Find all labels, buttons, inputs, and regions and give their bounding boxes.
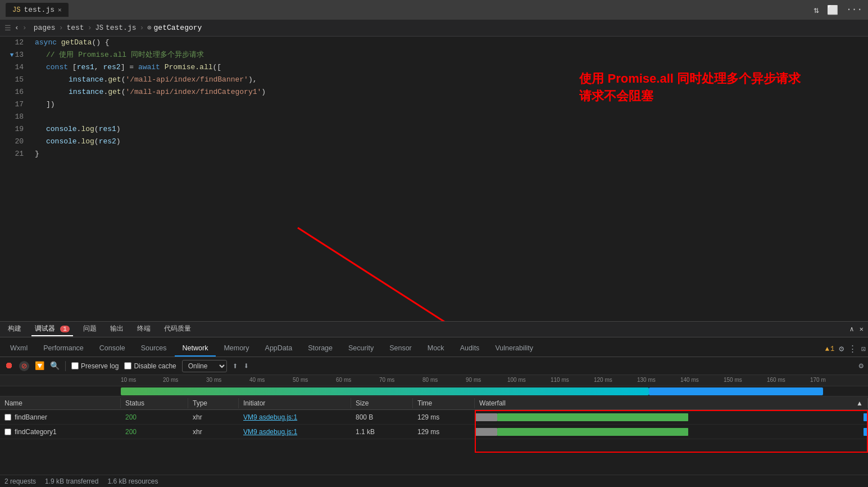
table-row: findCategory1 200 xhr VM9 asdebug.js:1 1…: [0, 425, 868, 439]
tab-performance[interactable]: Performance: [35, 341, 92, 357]
tab-sources[interactable]: Sources: [133, 341, 175, 357]
tab-mock[interactable]: Mock: [420, 341, 452, 357]
header-initiator: Initiator: [239, 398, 351, 408]
preserve-log-checkbox[interactable]: [71, 362, 79, 369]
timeline-bar-row: [0, 386, 868, 396]
tab-console[interactable]: Console: [92, 341, 133, 357]
disable-cache-checkbox[interactable]: [124, 362, 131, 369]
tab-close-icon[interactable]: ✕: [58, 6, 62, 13]
preserve-log-text: Preserve log: [81, 362, 119, 370]
row2-initiator-link[interactable]: VM9 asdebug.js:1: [243, 428, 297, 436]
tab-audits[interactable]: Audits: [452, 341, 488, 357]
row1-name: findBanner: [0, 412, 121, 422]
tab-appdata[interactable]: AppData: [257, 341, 301, 357]
code-line-21: }: [35, 148, 861, 160]
nav-forward-button[interactable]: ›: [22, 24, 27, 33]
tab-output[interactable]: 输出: [107, 322, 127, 336]
devtools-tab-right: ▲ 1 ⚙ ⋮ ⊡: [825, 344, 866, 357]
tab-sensor[interactable]: Sensor: [381, 341, 420, 357]
download-icon[interactable]: ⬇: [243, 360, 249, 372]
breadcrumb-pages[interactable]: pages: [34, 24, 56, 32]
layout-icon[interactable]: ⬜: [827, 4, 838, 16]
title-bar: JS test.js ✕ ⇅ ⬜ ···: [0, 0, 868, 20]
row2-time: 129 ms: [413, 427, 475, 437]
code-line-15: instance.get('/mall-api/index/findBanner…: [35, 74, 861, 86]
tab-wxml[interactable]: Wxml: [2, 341, 35, 357]
row2-type: xhr: [188, 427, 239, 437]
tab-debugger[interactable]: 调试器 1: [31, 322, 73, 336]
breadcrumb: ☰ ‹ › pages › test › JS test.js › ⊙ getC…: [0, 20, 868, 37]
code-line-19: console.log(res1): [35, 123, 861, 136]
devtools-titlebar-tabs: 构建 调试器 1 问题 输出 终端 代码质量: [4, 322, 846, 336]
breadcrumb-test[interactable]: test: [66, 24, 84, 32]
network-throttle-select[interactable]: Online Fast 3G Slow 3G Offline: [182, 360, 227, 372]
nav-back-button[interactable]: ‹: [15, 24, 19, 33]
warning-icon: ▲: [825, 345, 829, 353]
devtools-tabs: Wxml Performance Console Sources Network…: [0, 337, 868, 357]
upload-icon[interactable]: ⬆: [233, 360, 238, 372]
tab-network[interactable]: Network: [175, 341, 216, 357]
row2-initiator[interactable]: VM9 asdebug.js:1: [239, 427, 351, 437]
row2-size: 1.1 kB: [351, 427, 413, 437]
footer-transferred: 1.9 kB transferred: [45, 477, 98, 485]
devtools-footer: 2 requests 1.9 kB transferred 1.6 kB res…: [0, 475, 868, 487]
row1-time: 129 ms: [413, 412, 475, 422]
nav-arrows: ☰ ‹ ›: [4, 24, 27, 33]
header-name: Name: [0, 398, 121, 408]
settings-icon[interactable]: ⚙: [839, 344, 844, 354]
code-line-17: ]): [35, 98, 861, 111]
tab-code-quality[interactable]: 代码质量: [161, 322, 194, 336]
row2-status: 200: [121, 427, 188, 437]
tab-vulnerability[interactable]: Vulnerability: [487, 341, 541, 357]
row2-name: findCategory1: [0, 427, 121, 437]
editor-tab[interactable]: JS test.js ✕: [6, 3, 69, 17]
waterfall-sort-icon[interactable]: ▲: [856, 399, 863, 407]
detach-icon[interactable]: ⊡: [861, 345, 866, 354]
devtools-panel: 构建 调试器 1 问题 输出 终端 代码质量 ∧ ✕ Wxml Performa…: [0, 321, 868, 487]
row1-checkbox[interactable]: [4, 414, 11, 421]
waterfall-label: Waterfall: [479, 399, 506, 407]
code-line-18: [35, 111, 861, 123]
file-icon-breadcrumb: JS: [95, 24, 103, 32]
search-icon[interactable]: 🔍: [50, 361, 60, 371]
breadcrumb-testjs[interactable]: test.js: [106, 24, 137, 32]
footer-resources: 1.6 kB resources: [107, 477, 158, 485]
chevron-up-icon[interactable]: ∧: [850, 325, 854, 333]
tab-build[interactable]: 构建: [4, 322, 25, 336]
disable-cache-text: Disable cache: [134, 362, 176, 370]
code-area: 12 ▼13 14 15 16 17 18 19 20 21 async get…: [0, 37, 868, 321]
filter-icon[interactable]: 🔽: [35, 361, 44, 371]
warning-count: 1: [830, 345, 834, 353]
tab-memory[interactable]: Memory: [216, 341, 257, 357]
disable-cache-label[interactable]: Disable cache: [124, 362, 176, 370]
header-time: Time: [413, 398, 475, 408]
nav-back-icon[interactable]: ☰: [4, 24, 11, 33]
network-rows-container: findBanner 200 xhr VM9 asdebug.js:1 800 …: [0, 410, 868, 439]
code-content: async getData() { // 使用 Promise.all 同时处理…: [28, 37, 868, 321]
network-table-header: Name Status Type Initiator Size Time Wat…: [0, 396, 868, 410]
tab-security[interactable]: Security: [340, 341, 381, 357]
stop-button[interactable]: ⊘: [19, 361, 29, 371]
close-devtools-icon[interactable]: ✕: [860, 325, 864, 333]
more-options-icon[interactable]: ⋮: [848, 344, 857, 354]
tab-storage[interactable]: Storage: [300, 341, 340, 357]
row2-checkbox[interactable]: [4, 429, 11, 435]
header-status: Status: [121, 398, 188, 408]
row1-initiator[interactable]: VM9 asdebug.js:1: [239, 412, 351, 422]
row1-status: 200: [121, 412, 188, 422]
code-line-20: console.log(res2): [35, 136, 861, 148]
more-icon[interactable]: ···: [846, 4, 862, 16]
row2-name-text: findCategory1: [15, 428, 57, 436]
breadcrumb-getcategory[interactable]: getCategory: [154, 24, 202, 32]
header-waterfall: Waterfall ▲: [475, 398, 868, 408]
ruler-track: 10 ms 20 ms 30 ms 40 ms 50 ms 60 ms 70 m…: [121, 375, 868, 386]
network-table: Name Status Type Initiator Size Time Wat…: [0, 396, 868, 475]
tab-issues[interactable]: 问题: [80, 322, 100, 336]
tab-terminal[interactable]: 终端: [134, 322, 154, 336]
row1-initiator-link[interactable]: VM9 asdebug.js:1: [243, 413, 297, 421]
settings-right-icon[interactable]: ⚙: [859, 362, 864, 371]
record-button[interactable]: ⏺: [4, 360, 13, 371]
split-editor-icon[interactable]: ⇅: [814, 4, 820, 16]
preserve-log-label[interactable]: Preserve log: [71, 362, 119, 370]
code-line-12: async getData() {: [35, 37, 861, 49]
